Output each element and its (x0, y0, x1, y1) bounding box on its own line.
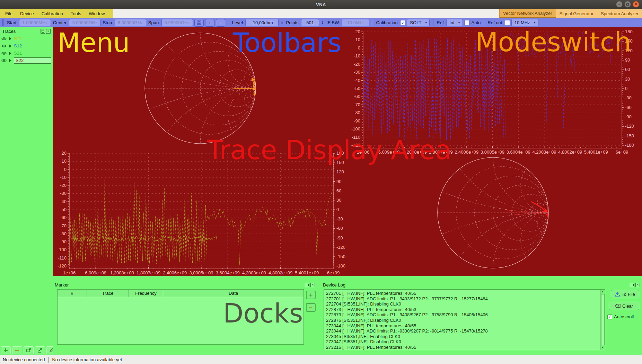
menu-file[interactable]: File (1, 11, 16, 16)
refout-checkbox[interactable] (505, 20, 510, 25)
toolbar-drag-handle[interactable] (227, 19, 229, 26)
svg-text:3,0005e+09: 3,0005e+09 (189, 270, 213, 275)
svg-text:180: 180 (336, 151, 344, 156)
modeswitch-tabs: Vector Network AnalyzerSignal GeneratorS… (499, 9, 642, 18)
add-marker-button[interactable]: + (306, 291, 316, 299)
dock-float-icon[interactable] (305, 283, 309, 287)
device-log-dock: Device Log × ▲ ▼ 272701 [ HW,INF]: PLL t… (319, 281, 642, 354)
scrollbar-thumb[interactable] (601, 294, 605, 345)
autoscroll-checkbox[interactable]: ✓ (607, 315, 612, 319)
trace-row-s11[interactable]: S11 (0, 35, 53, 42)
svg-text:180: 180 (625, 29, 633, 34)
svg-text:6,009e+08: 6,009e+08 (85, 270, 106, 275)
device-log-list[interactable]: ▲ ▼ 272701 [ HW,INF]: PLL temperatures: … (324, 289, 605, 350)
level-field[interactable]: -10,00dbm (245, 19, 279, 26)
start-field[interactable]: 1.00000MHz (19, 19, 51, 26)
svg-text:-30: -30 (354, 70, 360, 75)
svg-text:-30: -30 (336, 216, 343, 221)
add-trace-button[interactable] (1, 346, 11, 354)
minimize-icon[interactable]: – (616, 1, 623, 8)
ref-source-dropdown[interactable]: Int ▼ (446, 19, 463, 26)
svg-text:1,2008e+09: 1,2008e+09 (110, 270, 134, 275)
refout-freq-dropdown[interactable]: 10 MHz ▼ (511, 19, 538, 26)
remove-marker-button[interactable]: − (306, 303, 316, 312)
tab-signal-generator[interactable]: Signal Generator (556, 9, 597, 18)
maximize-icon[interactable] (624, 1, 631, 8)
trace-row-s21[interactable]: S21 (0, 49, 53, 57)
ref-auto-checkbox[interactable] (464, 20, 469, 25)
dock-close-icon[interactable]: × (635, 283, 640, 287)
scroll-up-icon[interactable]: ▲ (601, 290, 604, 294)
tile-layout-button[interactable] (194, 19, 204, 27)
ifbw-field[interactable]: 10.0kHz (342, 19, 369, 26)
marker-col-data[interactable]: Data (163, 290, 304, 297)
clear-label: Clear (622, 303, 633, 309)
svg-text:-100: -100 (351, 126, 360, 131)
dock-close-icon[interactable]: × (310, 283, 315, 287)
toolbar-drag-handle[interactable] (432, 19, 434, 26)
trace-name-edit-field[interactable]: S22 (14, 57, 51, 64)
close-icon[interactable]: ✕ (633, 1, 639, 8)
log-line: 272704 [SI5351,INF]: Disabling CLK0 (326, 301, 599, 307)
remove-trace-button[interactable] (12, 346, 22, 354)
svg-text:-60: -60 (354, 94, 360, 99)
expand-arrow-icon[interactable] (9, 52, 12, 55)
svg-text:2,4006e+09: 2,4006e+09 (455, 149, 478, 155)
dock-float-icon[interactable] (41, 29, 45, 34)
marker-col-frequency[interactable]: Frequency (129, 290, 163, 297)
export-trace-button[interactable] (35, 346, 45, 354)
menu-device[interactable]: Device (16, 11, 38, 16)
add-tile-button[interactable]: + (205, 19, 214, 27)
trace-row-s12[interactable]: S12 (0, 42, 53, 49)
remove-tile-button[interactable]: − (216, 19, 225, 27)
tab-vector-network-analyzer[interactable]: Vector Network Analyzer (499, 9, 556, 18)
menu-window[interactable]: Window (85, 11, 108, 16)
expand-arrow-icon[interactable] (9, 59, 12, 62)
toolbar-drag-handle[interactable] (2, 19, 4, 26)
stop-field[interactable]: 6.00000GHz (115, 19, 146, 26)
menu-tools[interactable]: Tools (67, 11, 85, 16)
svg-text:60: 60 (625, 67, 630, 72)
status-separator (48, 357, 49, 363)
refout-label: Ref out: (487, 20, 503, 25)
tab-spectrum-analyzer[interactable]: Spectrum Analyzer (597, 9, 642, 18)
calibration-checkbox[interactable]: ✓ (400, 20, 405, 25)
visibility-eye-icon[interactable] (1, 44, 7, 48)
toolbar-drag-handle[interactable] (371, 19, 373, 26)
calibration-type-dropdown[interactable]: SOLT ▼ (407, 19, 430, 26)
minus-icon: − (309, 304, 313, 311)
popout-trace-button[interactable] (24, 346, 34, 354)
dock-close-icon[interactable]: × (46, 29, 51, 34)
titlebar[interactable]: VNA – ✕ (0, 0, 642, 9)
svg-text:0: 0 (625, 86, 627, 91)
marker-table-body[interactable] (58, 297, 304, 344)
expand-arrow-icon[interactable] (9, 44, 12, 48)
center-field[interactable]: 3.00050GHz (69, 19, 100, 26)
svg-text:-90: -90 (336, 235, 343, 240)
dock-float-icon[interactable] (630, 283, 634, 287)
visibility-eye-icon[interactable] (1, 59, 7, 62)
visibility-eye-icon[interactable] (1, 52, 7, 55)
svg-text:1,2008e+09: 1,2008e+09 (403, 149, 427, 155)
clear-log-button[interactable]: Clear (609, 302, 639, 310)
span-label: Span: (148, 20, 160, 25)
marker-col-trace[interactable]: Trace (87, 290, 129, 297)
visibility-eye-icon[interactable] (1, 37, 7, 40)
points-field[interactable]: 501 (301, 19, 319, 26)
marker-col-num[interactable]: # (58, 290, 87, 297)
menu-calibration[interactable]: Calibration (38, 11, 67, 16)
svg-text:-50: -50 (60, 207, 67, 212)
svg-text:150: 150 (625, 38, 633, 44)
trace-row-s22[interactable]: S22 (0, 57, 53, 64)
trace-display-area[interactable]: 20100-10-20-30-40-50-60-70-80-90-100-110… (53, 27, 642, 276)
points-spinner[interactable]: ▲▼ (320, 21, 324, 24)
minus-icon: − (219, 20, 222, 26)
level-spinner[interactable]: ▲▼ (280, 21, 284, 24)
marker-dock-title: Marker (55, 282, 304, 288)
span-field[interactable]: 5.99900GHz (161, 19, 193, 26)
toolbar-drag-handle[interactable] (483, 19, 485, 26)
expand-arrow-icon[interactable] (9, 37, 12, 40)
scroll-down-icon[interactable]: ▼ (601, 346, 604, 350)
to-file-button[interactable]: To File (611, 290, 639, 298)
traces-dock: Traces × S11S12S21S22 (0, 27, 53, 355)
